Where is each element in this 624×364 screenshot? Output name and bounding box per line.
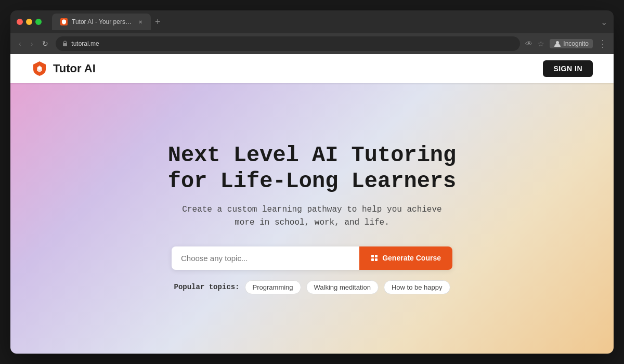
generate-course-button[interactable]: Generate Course (359, 246, 452, 270)
minimize-window-button[interactable] (26, 19, 32, 25)
tab-close-icon[interactable]: ✕ (138, 19, 142, 25)
svg-rect-3 (371, 255, 374, 257)
bookmark-icon[interactable]: ☆ (538, 40, 544, 48)
active-tab[interactable]: Tutor AI - Your personal AI tu... ✕ (52, 14, 151, 30)
popular-topics: Popular topics: Programming Walking medi… (174, 280, 450, 294)
browser-toolbar: ‹ › ↻ tutorai.me 👁 ☆ Incognito ⋮ (10, 33, 614, 54)
logo-icon (31, 60, 48, 77)
search-container: Generate Course (172, 246, 452, 270)
topic-search-input[interactable] (172, 246, 359, 270)
incognito-label: Incognito (563, 40, 589, 47)
topic-chip-walking-meditation[interactable]: Walking meditation (306, 280, 379, 294)
forward-button[interactable]: › (29, 37, 35, 50)
window-controls-icon: ⌄ (601, 17, 607, 27)
tab-favicon (60, 18, 68, 25)
svg-point-2 (38, 67, 41, 70)
generate-icon (371, 254, 378, 262)
incognito-badge: Incognito (550, 39, 593, 48)
svg-rect-4 (375, 255, 378, 257)
url-text: tutorai.me (71, 40, 99, 47)
site-nav: Tutor AI SIGN IN (10, 54, 614, 83)
tab-bar: Tutor AI - Your personal AI tu... ✕ + (52, 14, 596, 30)
site-logo: Tutor AI (31, 60, 96, 77)
popular-topics-label: Popular topics: (174, 283, 240, 291)
svg-rect-0 (63, 43, 67, 46)
tab-title: Tutor AI - Your personal AI tu... (72, 18, 134, 25)
back-button[interactable]: ‹ (17, 37, 23, 50)
browser-window: Tutor AI - Your personal AI tu... ✕ + ⌄ … (10, 10, 614, 354)
svg-rect-6 (375, 258, 378, 261)
address-bar[interactable]: tutorai.me (56, 36, 520, 51)
traffic-lights (17, 19, 42, 25)
website-content: Tutor AI SIGN IN Next Level AI Tutoring … (10, 54, 614, 354)
topic-chip-how-to-be-happy[interactable]: How to be happy (384, 280, 450, 294)
browser-titlebar: Tutor AI - Your personal AI tu... ✕ + ⌄ (10, 10, 614, 33)
main-content: Next Level AI Tutoring for Life-Long Lea… (10, 83, 614, 354)
refresh-button[interactable]: ↻ (40, 37, 50, 50)
site-logo-text: Tutor AI (53, 62, 96, 75)
lock-icon (62, 41, 68, 47)
sign-in-button[interactable]: SIGN IN (543, 60, 593, 77)
more-menu-button[interactable]: ⋮ (598, 38, 607, 49)
incognito-icon (554, 40, 561, 47)
cast-icon[interactable]: 👁 (525, 40, 532, 48)
maximize-window-button[interactable] (35, 19, 42, 25)
topic-chip-programming[interactable]: Programming (245, 280, 301, 294)
close-window-button[interactable] (17, 19, 23, 25)
toolbar-right: 👁 ☆ Incognito ⋮ (525, 38, 607, 49)
hero-title: Next Level AI Tutoring for Life-Long Lea… (168, 142, 457, 195)
new-tab-button[interactable]: + (155, 17, 161, 28)
hero-subtitle: Create a custom learning pathway to help… (177, 203, 447, 230)
svg-rect-5 (371, 258, 374, 261)
